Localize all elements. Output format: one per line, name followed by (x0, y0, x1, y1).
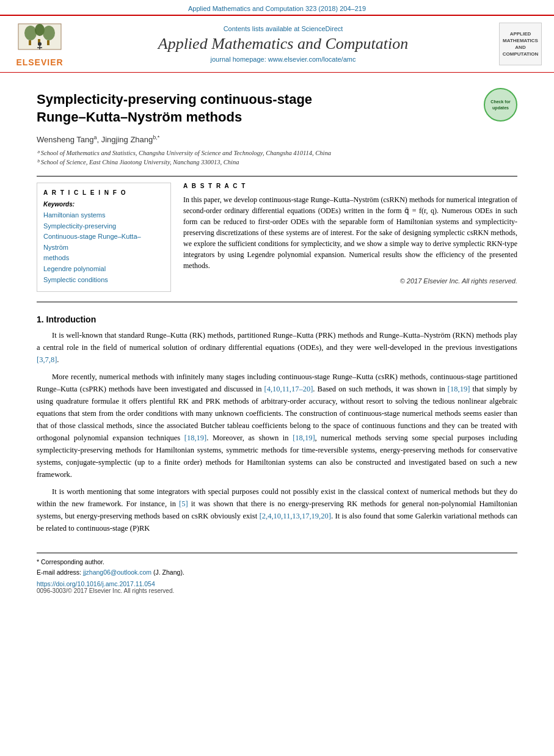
corresponding-author-note: * Corresponding author. (37, 557, 517, 567)
elsevier-tree-icon (15, 21, 64, 57)
elsevier-wordmark: ELSEVIER (16, 57, 63, 67)
elsevier-logo: ELSEVIER (12, 21, 67, 67)
journal-homepage: journal homepage: www.elsevier.com/locat… (67, 56, 499, 63)
keyword-symplecticity[interactable]: Symplecticity-preserving (43, 221, 164, 232)
abstract-section: A B S T R A C T In this paper, we develo… (183, 183, 517, 292)
svg-rect-6 (47, 40, 49, 45)
keywords-list: Hamiltonian systems Symplecticity-preser… (43, 210, 164, 285)
article-info-title: A R T I C L E I N F O (43, 189, 164, 196)
ref-link-1[interactable]: [3,7,8] (37, 355, 57, 364)
issn-line: 0096-3003/© 2017 Elsevier Inc. All right… (37, 587, 517, 594)
sciencedirect-link[interactable]: ScienceDirect (301, 25, 343, 32)
author1-sup: a (93, 134, 97, 140)
ref-link-4[interactable]: [18,19] (184, 434, 206, 442)
email-line: E-mail address: jjzhang06@outlook.com (J… (37, 567, 517, 578)
paper-title: Symplecticity-preserving continuous-stag… (37, 91, 475, 126)
keywords-label: Keywords: (43, 201, 164, 208)
intro-paragraph-2: More recently, numerical methods with in… (37, 371, 517, 481)
ref-link-3[interactable]: [18,19] (448, 385, 470, 393)
abstract-title: A B S T R A C T (183, 183, 517, 189)
ref-link-7[interactable]: [2,4,10,11,13,17,19,20] (260, 512, 331, 520)
content-area: Symplecticity-preserving continuous-stag… (0, 73, 554, 606)
check-for-updates-badge: Check for updates (484, 88, 517, 122)
authors-line: Wensheng Tanga, Jingjing Zhangb,* (37, 134, 517, 144)
contents-available-line: Contents lists available at ScienceDirec… (67, 25, 499, 32)
doi-link[interactable]: https://doi.org/10.1016/j.amc.2017.11.05… (37, 580, 155, 587)
svg-rect-4 (29, 40, 31, 45)
keyword-hamiltonian[interactable]: Hamiltonian systems (43, 210, 164, 221)
journal-title: Applied Mathematics and Computation (67, 35, 499, 53)
abstract-text: In this paper, we develop continuous-sta… (183, 194, 517, 271)
ref-link-5[interactable]: [18,19] (293, 434, 315, 442)
keyword-symplectic-conditions[interactable]: Symplectic conditions (43, 275, 164, 286)
doi-line: https://doi.org/10.1016/j.amc.2017.11.05… (37, 580, 517, 587)
affiliations: ᵃ School of Mathematics and Statistics, … (37, 148, 517, 168)
author2-sup: b,* (153, 134, 159, 140)
svg-point-3 (43, 26, 55, 40)
journal-logo-right: APPLIEDMATHEMATICSANDCOMPUTATION (499, 23, 542, 65)
svg-point-7 (38, 42, 42, 46)
divider-2 (37, 302, 517, 302)
article-info-box: A R T I C L E I N F O Keywords: Hamilton… (37, 183, 171, 292)
journal-header-center: Contents lists available at ScienceDirec… (67, 25, 499, 63)
keyword-csrkn[interactable]: Continuous-stage Runge–Kutta–Nyströmmeth… (43, 231, 164, 264)
keyword-legendre[interactable]: Legendre polynomial (43, 264, 164, 275)
intro-paragraph-1: It is well-known that standard Runge–Kut… (37, 329, 517, 366)
title-row: Symplecticity-preserving continuous-stag… (37, 85, 517, 134)
author2-name: Jingjing Zhang (101, 136, 153, 145)
author1-name: Wensheng Tang (37, 136, 93, 145)
ref-link-6[interactable]: [5] (179, 500, 188, 508)
divider-1 (37, 176, 517, 176)
affiliation-b: ᵇ School of Science, East China Jiaotong… (37, 158, 517, 167)
article-info-abstract: A R T I C L E I N F O Keywords: Hamilton… (37, 183, 517, 292)
email-link[interactable]: jjzhang06@outlook.com (83, 569, 151, 576)
footer-section: * Corresponding author. E-mail address: … (37, 553, 517, 594)
journal-header: ELSEVIER Contents lists available at Sci… (0, 15, 554, 73)
ref-link-2[interactable]: [4,10,11,17–20] (264, 385, 313, 393)
homepage-url[interactable]: www.elsevier.com/locate/amc (268, 56, 356, 63)
journal-reference: Applied Mathematics and Computation 323 … (0, 0, 554, 15)
affiliation-a: ᵃ School of Mathematics and Statistics, … (37, 148, 517, 158)
section-introduction-title: 1. Introduction (37, 314, 517, 324)
copyright: © 2017 Elsevier Inc. All rights reserved… (183, 277, 517, 285)
svg-point-1 (24, 26, 37, 40)
intro-paragraph-3: It is worth mentioning that some integra… (37, 485, 517, 534)
